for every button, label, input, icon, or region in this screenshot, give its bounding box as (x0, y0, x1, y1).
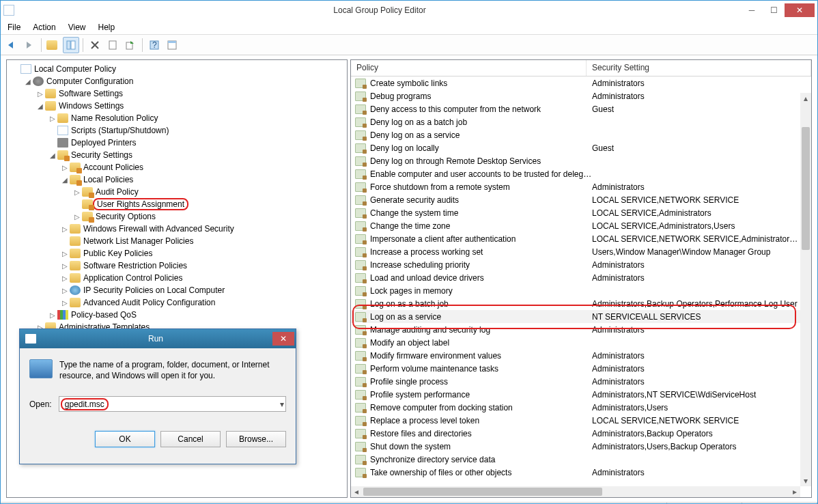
policy-row[interactable]: Lock pages in memory (351, 284, 800, 297)
policy-row[interactable]: Deny log on locallyGuest (351, 141, 800, 154)
policy-row[interactable]: Deny log on through Remote Desktop Servi… (351, 154, 800, 167)
run-close-button[interactable]: ✕ (272, 332, 294, 346)
policy-row[interactable]: Impersonate a client after authenticatio… (351, 232, 800, 245)
policy-row[interactable]: Increase scheduling priorityAdministrato… (351, 258, 800, 271)
policy-row[interactable]: Profile single processAdministrators (351, 375, 800, 388)
menu-help[interactable]: Help (98, 23, 115, 32)
policy-row[interactable]: Remove computer from docking stationAdmi… (351, 401, 800, 414)
policy-row[interactable]: Log on as a serviceNT SERVICE\ALL SERVIC… (351, 310, 800, 323)
policy-name: Synchronize directory service data (370, 455, 592, 464)
export-button[interactable] (122, 37, 139, 53)
policy-row[interactable]: Force shutdown from a remote systemAdmin… (351, 180, 800, 193)
expand-icon[interactable]: ▷ (60, 275, 70, 282)
tree-label: Computer Configuration (46, 76, 133, 86)
policy-row[interactable]: Log on as a batch jobAdministrators,Back… (351, 297, 800, 310)
tree-node[interactable]: ▷Security Options (8, 210, 345, 223)
tree-node[interactable]: Scripts (Startup/Shutdown) (8, 124, 345, 137)
policy-row[interactable]: Deny log on as a service (351, 128, 800, 141)
policy-row[interactable]: Create symbolic linksAdministrators (351, 76, 800, 89)
policy-row[interactable]: Shut down the systemAdministrators,Users… (351, 440, 800, 453)
expand-icon[interactable]: ◢ (36, 102, 45, 110)
policy-row[interactable]: Change the system timeLOCAL SERVICE,Admi… (351, 206, 800, 219)
open-combobox[interactable]: gpedit.msc ▾ (59, 396, 286, 412)
tree-node[interactable]: ▷Audit Policy (8, 186, 345, 198)
tree-node[interactable]: ▷IP Security Policies on Local Computer (8, 284, 345, 296)
tree-node[interactable]: ▷Policy-based QoS (8, 309, 345, 321)
policy-row[interactable]: Enable computer and user accounts to be … (351, 167, 800, 180)
horizontal-scrollbar[interactable]: ◂▸ (351, 486, 800, 497)
policy-row[interactable]: Generate security auditsLOCAL SERVICE,NE… (351, 193, 800, 206)
policy-row[interactable]: Load and unload device driversAdministra… (351, 271, 800, 284)
properties-button[interactable] (104, 37, 121, 53)
back-button[interactable] (3, 37, 20, 53)
options-button[interactable] (164, 37, 180, 53)
policy-row[interactable]: Change the time zoneLOCAL SERVICE,Admini… (351, 219, 800, 232)
policy-row[interactable]: Deny log on as a batch job (351, 115, 800, 128)
policy-row[interactable]: Profile system performanceAdministrators… (351, 388, 800, 401)
tree-node[interactable]: User Rights Assignment (8, 198, 345, 210)
policy-row[interactable]: Manage auditing and security logAdminist… (351, 323, 800, 336)
tree-node[interactable]: ▷Advanced Audit Policy Configuration (8, 296, 345, 309)
maximize-button[interactable]: ☐ (763, 3, 785, 17)
tree-node[interactable]: ▷Windows Firewall with Advanced Security (8, 223, 345, 235)
tree-node[interactable]: ▷Account Policies (8, 161, 345, 173)
tree-node[interactable]: Deployed Printers (8, 137, 345, 149)
cancel-button[interactable]: Cancel (160, 431, 221, 447)
policy-row[interactable]: Deny access to this computer from the ne… (351, 102, 800, 115)
svg-text:?: ? (152, 40, 157, 50)
menu-file[interactable]: File (8, 23, 20, 32)
forward-button[interactable] (21, 37, 38, 53)
col-setting[interactable]: Security Setting (587, 60, 811, 76)
expand-icon[interactable]: ▷ (72, 213, 82, 221)
expand-icon[interactable]: ◢ (23, 78, 33, 85)
up-button[interactable] (45, 37, 61, 53)
vertical-scrollbar[interactable]: ▴▾ (800, 93, 811, 486)
show-tree-button[interactable] (63, 37, 79, 53)
tree-node[interactable]: ▷Software Restriction Policies (8, 260, 345, 272)
policy-icon (355, 299, 366, 309)
policy-row[interactable]: Perform volume maintenance tasksAdminist… (351, 362, 800, 375)
ok-button[interactable]: OK (95, 431, 155, 447)
tree-node[interactable]: ▷Name Resolution Policy (8, 112, 345, 124)
tree-node[interactable]: Local Computer Policy (8, 63, 345, 75)
policy-row[interactable]: Take ownership of files or other objects… (351, 466, 800, 479)
chevron-down-icon[interactable]: ▾ (280, 400, 284, 409)
expand-icon[interactable]: ▷ (48, 311, 57, 319)
expand-icon[interactable]: ▷ (60, 164, 70, 171)
expand-icon[interactable]: ▷ (60, 250, 70, 257)
expand-icon[interactable]: ◢ (48, 152, 57, 159)
expand-icon[interactable]: ▷ (60, 287, 70, 294)
menu-action[interactable]: Action (33, 23, 55, 32)
expand-icon[interactable]: ▷ (60, 225, 70, 233)
delete-button[interactable] (87, 37, 103, 53)
minimize-button[interactable]: ─ (741, 3, 763, 17)
tree-node[interactable]: ◢Computer Configuration (8, 75, 345, 87)
tree-node[interactable]: Network List Manager Policies (8, 235, 345, 247)
expand-icon[interactable]: ▷ (60, 262, 70, 270)
col-policy[interactable]: Policy (351, 60, 587, 76)
policy-row[interactable]: Modify firmware environment valuesAdmini… (351, 349, 800, 362)
menu-view[interactable]: View (68, 23, 86, 32)
close-button[interactable]: ✕ (785, 3, 815, 17)
tree-node[interactable]: ▷Application Control Policies (8, 272, 345, 284)
tree-label: Software Restriction Policies (83, 261, 187, 270)
tree-node[interactable]: ▷Software Settings (8, 87, 345, 100)
tree-node[interactable]: ◢Security Settings (8, 149, 345, 161)
expand-icon[interactable]: ◢ (60, 176, 70, 184)
policy-row[interactable]: Synchronize directory service data (351, 453, 800, 466)
tree-node[interactable]: ▷Public Key Policies (8, 247, 345, 260)
tree-node[interactable]: ◢Local Policies (8, 173, 345, 186)
policy-row[interactable]: Replace a process level tokenLOCAL SERVI… (351, 414, 800, 427)
policy-row[interactable]: Restore files and directoriesAdministrat… (351, 427, 800, 440)
expand-icon[interactable]: ▷ (60, 299, 70, 307)
help-button[interactable]: ? (146, 37, 163, 53)
expand-icon[interactable]: ▷ (36, 90, 45, 98)
tree-node[interactable]: ◢Windows Settings (8, 100, 345, 112)
policy-row[interactable]: Modify an object label (351, 336, 800, 349)
policy-row[interactable]: Increase a process working setUsers,Wind… (351, 245, 800, 258)
expand-icon[interactable]: ▷ (72, 188, 82, 196)
browse-button[interactable]: Browse... (226, 431, 286, 447)
policy-row[interactable]: Debug programsAdministrators (351, 89, 800, 102)
expand-icon[interactable]: ▷ (48, 115, 57, 122)
run-titlebar[interactable]: Run ✕ (20, 329, 296, 348)
